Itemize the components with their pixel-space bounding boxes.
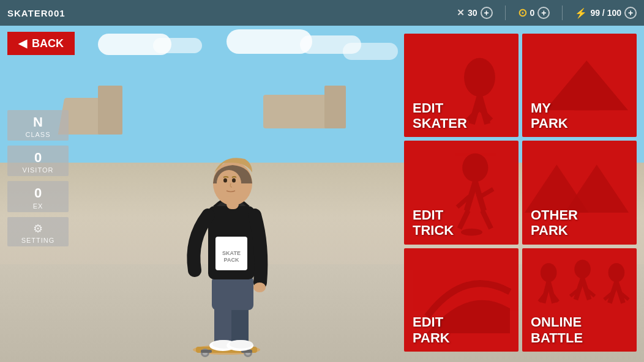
visitor-stat-box: 0 VISITOR: [7, 146, 69, 176]
xp-add-button[interactable]: +: [481, 7, 493, 19]
other-park-label: OTHERPARK: [531, 207, 578, 238]
edit-skater-label: EDITSKATER: [413, 100, 467, 131]
svg-point-31: [463, 153, 489, 182]
class-label: CLASS: [25, 131, 50, 138]
username-label: SKATER001: [7, 8, 66, 18]
visitor-label: VISITOR: [23, 166, 54, 174]
svg-line-35: [481, 189, 493, 196]
ex-stat-box: 0 EX: [7, 181, 69, 212]
online-battle-label: ONLINEBATTLE: [531, 314, 583, 345]
xp-stat: ✕ 30 +: [457, 7, 493, 19]
svg-point-13: [230, 340, 253, 349]
svg-line-36: [460, 210, 468, 228]
setting-icon: ⚙: [33, 222, 43, 235]
svg-rect-30: [574, 94, 599, 110]
energy-add-button[interactable]: +: [624, 7, 637, 19]
svg-point-39: [541, 264, 557, 283]
edit-trick-button[interactable]: EDITTRICK: [404, 141, 519, 244]
svg-point-25: [464, 58, 495, 97]
skater-display: SKATE PACK: [73, 26, 380, 362]
svg-point-44: [574, 260, 591, 279]
back-arrow-icon: ◀: [18, 37, 27, 50]
topbar: SKATER001 ✕ 30 + ⊙ 0 + ⚡ 99 / 100 +: [0, 0, 644, 26]
svg-line-41: [549, 283, 554, 303]
xp-value: 30: [468, 8, 477, 18]
svg-rect-14: [212, 276, 253, 310]
svg-point-49: [608, 264, 625, 283]
my-park-button[interactable]: MYPARK: [522, 34, 637, 137]
edit-park-button[interactable]: EDITPARK: [404, 248, 519, 352]
coin-icon: ⊙: [518, 6, 527, 20]
back-button[interactable]: ◀ BACK: [7, 32, 75, 55]
svg-line-37: [482, 210, 491, 228]
skater-figure: SKATE PACK: [165, 93, 288, 362]
svg-text:PACK: PACK: [224, 257, 239, 263]
coin-stat: ⊙ 0 +: [518, 6, 550, 20]
ex-value: 0: [34, 186, 42, 201]
svg-point-23: [223, 179, 227, 183]
coin-add-button[interactable]: +: [537, 7, 550, 19]
edit-skater-button[interactable]: EDITSKATER: [404, 34, 519, 137]
back-label: BACK: [32, 37, 64, 50]
visitor-value: 0: [34, 150, 42, 165]
setting-stat-box[interactable]: ⚙ SETTING: [7, 217, 69, 246]
svg-point-22: [217, 170, 241, 197]
svg-point-19: [253, 283, 266, 292]
online-battle-button[interactable]: ONLINEBATTLE: [522, 248, 637, 352]
svg-point-38: [461, 229, 482, 236]
other-park-button[interactable]: OTHERPARK: [522, 141, 637, 244]
energy-icon: ⚡: [575, 7, 587, 19]
ex-label: EX: [33, 202, 43, 210]
my-park-label: MYPARK: [531, 100, 568, 131]
edit-trick-label: EDITTRICK: [413, 207, 454, 238]
setting-label: SETTING: [21, 237, 55, 244]
svg-text:SKATE: SKATE: [222, 250, 241, 256]
energy-value: 99 / 100: [590, 8, 621, 18]
left-stats-panel: N CLASS 0 VISITOR 0 EX ⚙ SETTING: [7, 110, 69, 246]
svg-rect-6: [201, 350, 212, 353]
class-value: N: [33, 115, 43, 130]
menu-grid: EDITSKATER MYPARK EDITTRICK: [404, 34, 637, 352]
xp-icon: ✕: [457, 7, 465, 18]
svg-point-24: [232, 179, 236, 183]
energy-stat: ⚡ 99 / 100 +: [575, 7, 637, 19]
coin-value: 0: [530, 8, 535, 18]
edit-park-label: EDITPARK: [413, 314, 450, 345]
class-stat-box: N CLASS: [7, 110, 69, 141]
